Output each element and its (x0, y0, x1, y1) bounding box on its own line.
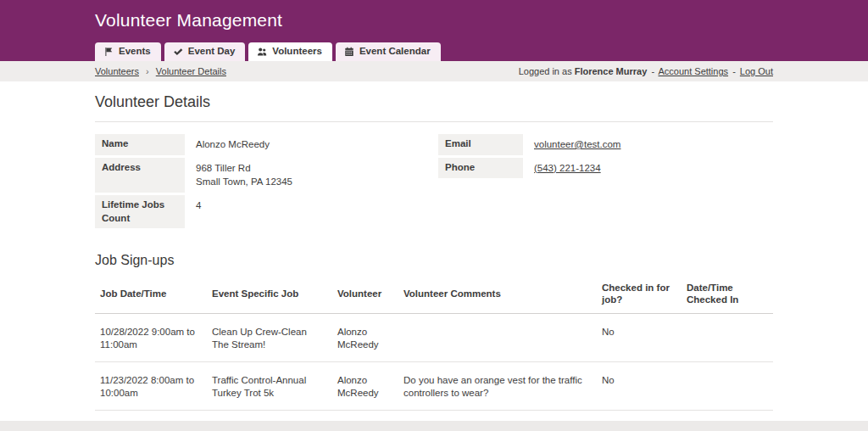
phone-link[interactable]: (543) 221-1234 (534, 163, 601, 173)
tab-event-calendar[interactable]: Event Calendar (336, 42, 441, 61)
column-header: Volunteer Comments (398, 277, 597, 313)
tab-events[interactable]: Events (95, 42, 161, 61)
table-header-row: Job Date/Time Event Specific Job Volunte… (95, 277, 773, 313)
email-link[interactable]: volunteer@test.com (534, 139, 620, 149)
breadcrumb: Volunteers › Volunteer Details (95, 66, 226, 76)
heading-divider (95, 121, 773, 122)
cell-comments (398, 313, 597, 361)
field-label: Address (95, 158, 185, 193)
field-phone: Phone (543) 221-1234 (438, 158, 773, 179)
tab-label: Volunteers (272, 47, 322, 57)
table-row: 11/23/2022 8:00am to 10:00am Traffic Con… (95, 361, 773, 410)
cell-volunteer: Alonzo McReedy (332, 410, 398, 421)
field-value: 968 Tiller Rd Small Town, PA 12345 (185, 158, 292, 193)
check-icon (173, 47, 183, 57)
volunteer-details-fields: Name Alonzo McReedy Address 968 Tiller R… (95, 134, 773, 231)
address-line-2: Small Town, PA 12345 (196, 175, 292, 189)
field-value: 4 (185, 195, 201, 228)
breadcrumb-bar: Volunteers › Volunteer Details Logged in… (0, 61, 868, 81)
cell-event-job: Clean Up Crew-Clean The Stream! (207, 313, 332, 361)
account-settings-link[interactable]: Account Settings (659, 66, 729, 76)
cell-job-datetime: 12/16/2022 9:00am to 1:30pm (95, 410, 207, 421)
breadcrumb-volunteer-details-link[interactable]: Volunteer Details (156, 66, 226, 76)
field-lifetime-jobs-count: Lifetime Jobs Count 4 (95, 195, 438, 228)
field-value: volunteer@test.com (523, 134, 620, 155)
cell-job-datetime: 10/28/2022 9:00am to 11:00am (95, 313, 207, 361)
field-value: Alonzo McReedy (185, 134, 270, 155)
field-value: (543) 221-1234 (523, 158, 601, 179)
field-label: Email (438, 134, 523, 155)
cell-job-datetime: 11/23/2022 8:00am to 10:00am (95, 361, 207, 410)
column-header: Checked in for job? (597, 277, 682, 313)
column-header: Job Date/Time (95, 277, 207, 313)
cell-comments: Do you have an orange vest for the traff… (398, 361, 597, 410)
session-separator: - (732, 66, 736, 76)
session-separator: - (651, 66, 654, 76)
calendar-icon (344, 47, 354, 57)
users-icon (257, 47, 267, 57)
cell-checked-in-time (682, 361, 773, 410)
tab-volunteers[interactable]: Volunteers (248, 42, 332, 61)
column-header: Volunteer (332, 277, 398, 313)
cell-event-job: Traffic Control-Annual Turkey Trot 5k (207, 361, 332, 410)
field-address: Address 968 Tiller Rd Small Town, PA 123… (95, 158, 438, 193)
tab-label: Event Day (188, 47, 236, 57)
cell-volunteer: Alonzo McReedy (332, 313, 398, 361)
cell-volunteer: Alonzo McReedy (332, 361, 398, 410)
column-header: Date/Time Checked In (682, 277, 773, 313)
job-signups-heading: Job Sign-ups (95, 253, 773, 268)
cell-comments (398, 410, 597, 421)
session-info: Logged in as Florence Murray - Account S… (519, 66, 773, 76)
table-row: 12/16/2022 9:00am to 1:30pm Donations-Fo… (95, 410, 773, 421)
main-nav: Events Event Day Volunteers Event Calend… (95, 42, 441, 61)
page-title: Volunteer Management (95, 0, 773, 31)
tab-label: Events (119, 47, 151, 57)
cell-checked-in: No (597, 313, 682, 361)
session-user: Florence Murray (575, 66, 648, 76)
flag-icon (103, 47, 114, 57)
field-name: Name Alonzo McReedy (95, 134, 438, 155)
app-header: Volunteer Management Events Event Day Vo… (0, 0, 868, 61)
field-label: Phone (438, 158, 523, 179)
column-header: Event Specific Job (207, 277, 332, 313)
cell-checked-in: No (597, 361, 682, 410)
tab-event-day[interactable]: Event Day (164, 42, 246, 61)
session-prefix: Logged in as (519, 66, 572, 76)
field-email: Email volunteer@test.com (438, 134, 773, 155)
cell-checked-in: No (597, 410, 682, 421)
tab-label: Event Calendar (359, 47, 431, 57)
cell-checked-in-time (682, 410, 773, 421)
address-line-1: 968 Tiller Rd (196, 161, 292, 176)
field-label: Lifetime Jobs Count (95, 195, 185, 228)
field-label: Name (95, 134, 185, 155)
log-out-link[interactable]: Log Out (740, 66, 773, 76)
job-signups-table: Job Date/Time Event Specific Job Volunte… (95, 277, 773, 421)
table-row: 10/28/2022 9:00am to 11:00am Clean Up Cr… (95, 313, 773, 361)
breadcrumb-separator: › (146, 66, 149, 76)
main-content: Volunteer Details Name Alonzo McReedy Ad… (0, 81, 868, 421)
volunteer-details-heading: Volunteer Details (95, 93, 773, 111)
cell-checked-in-time (682, 313, 773, 361)
breadcrumb-volunteers-link[interactable]: Volunteers (95, 66, 139, 76)
cell-event-job: Donations-Food and Clothing Drive (207, 410, 332, 421)
